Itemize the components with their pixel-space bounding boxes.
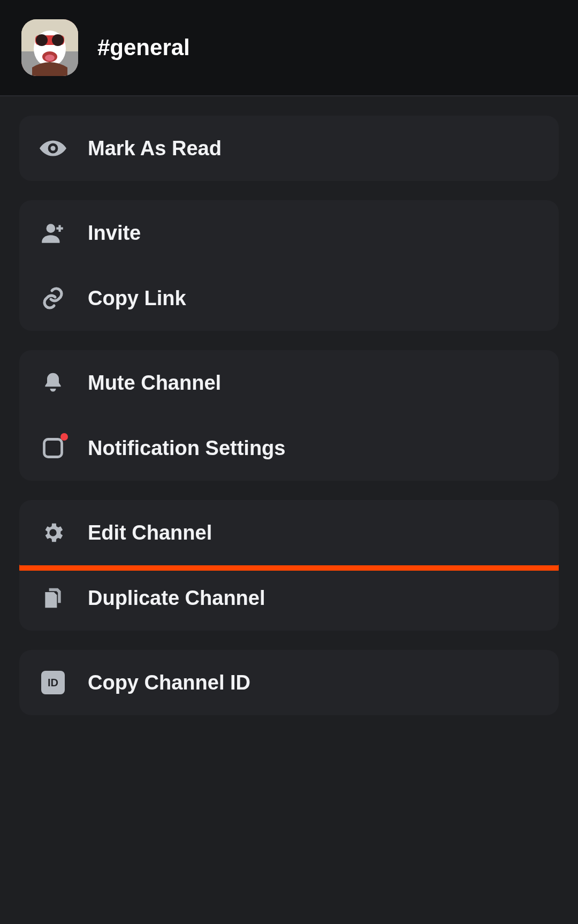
edit-channel-button[interactable]: Edit Channel: [19, 500, 559, 565]
copy-channel-id-button[interactable]: ID Copy Channel ID: [19, 650, 559, 715]
eye-icon: [40, 135, 66, 162]
notification-settings-label: Notification Settings: [88, 437, 285, 460]
bell-icon: [40, 369, 66, 396]
mark-as-read-label: Mark As Read: [88, 137, 222, 160]
invite-label: Invite: [88, 222, 141, 245]
svg-point-7: [45, 55, 55, 61]
svg-point-9: [47, 224, 56, 233]
menu-content: Mark As Read Invite Copy Link: [0, 96, 578, 734]
server-avatar: [21, 19, 78, 76]
menu-group-notifications: Mute Channel Notification Settings: [19, 350, 559, 481]
edit-channel-highlight: Edit Channel: [19, 500, 559, 571]
mute-channel-button[interactable]: Mute Channel: [19, 350, 559, 415]
notification-box-icon: [40, 435, 66, 461]
menu-group-channel: Edit Channel Duplicate Channel: [19, 500, 559, 631]
svg-point-4: [36, 34, 48, 46]
duplicate-channel-label: Duplicate Channel: [88, 587, 265, 610]
edit-channel-label: Edit Channel: [88, 521, 212, 544]
svg-point-8: [50, 146, 55, 150]
notification-settings-button[interactable]: Notification Settings: [19, 415, 559, 481]
mute-channel-label: Mute Channel: [88, 372, 221, 395]
id-icon: ID: [40, 669, 66, 696]
menu-group-id: ID Copy Channel ID: [19, 650, 559, 715]
person-add-icon: [40, 219, 66, 246]
channel-header: #general: [0, 0, 578, 96]
copy-link-button[interactable]: Copy Link: [19, 266, 559, 331]
id-chip-label: ID: [41, 671, 65, 694]
gear-icon: [40, 519, 66, 546]
copy-channel-id-label: Copy Channel ID: [88, 671, 250, 694]
channel-name: #general: [97, 35, 190, 60]
mark-as-read-button[interactable]: Mark As Read: [19, 116, 559, 181]
menu-group-share: Invite Copy Link: [19, 200, 559, 331]
link-icon: [40, 285, 66, 312]
menu-group-read: Mark As Read: [19, 116, 559, 181]
svg-point-5: [52, 34, 64, 46]
duplicate-channel-button[interactable]: Duplicate Channel: [19, 565, 559, 631]
invite-button[interactable]: Invite: [19, 200, 559, 266]
copy-link-label: Copy Link: [88, 287, 186, 310]
duplicate-icon: [40, 585, 66, 611]
svg-rect-10: [44, 440, 62, 457]
avatar-image: [21, 19, 78, 76]
